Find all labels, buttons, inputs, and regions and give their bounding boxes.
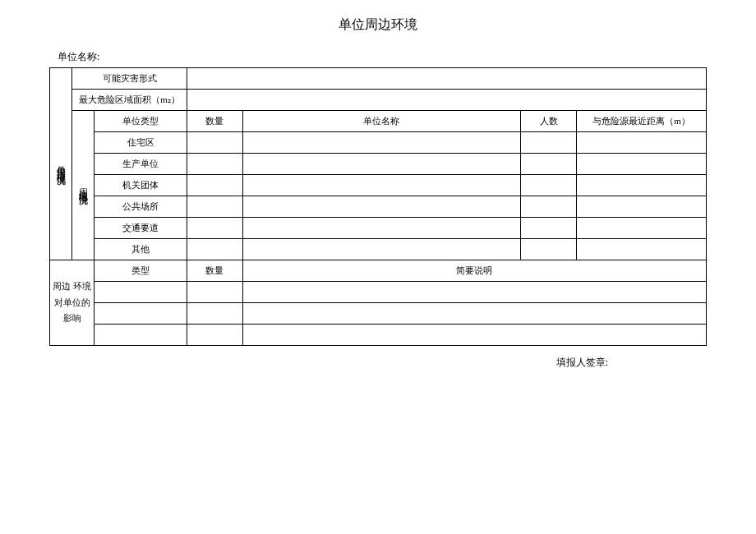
cell[interactable] — [576, 239, 706, 260]
disaster-label: 可能灾害形式 — [72, 68, 187, 90]
row-disaster: 单位周边环境情况 可能灾害形式 — [50, 68, 707, 90]
row-agency: 机关团体 — [50, 175, 707, 196]
cell[interactable] — [187, 175, 243, 196]
section3-label: 周边 环境 对单位的 影响 — [50, 260, 94, 346]
page-title: 单位周边环境 — [49, 16, 707, 34]
cell[interactable] — [521, 154, 577, 175]
main-table: 单位周边环境情况 可能灾害形式 最大危险区域面积（m₂） 周边地区情况 单位类型… — [49, 67, 707, 346]
row-production: 生产单位 — [50, 154, 707, 175]
row-impact-3 — [50, 325, 707, 346]
cell[interactable] — [187, 218, 243, 239]
type-other: 其他 — [94, 239, 187, 260]
disaster-value[interactable] — [187, 68, 707, 90]
cell[interactable] — [576, 154, 706, 175]
cell[interactable] — [187, 325, 243, 346]
unit-name-label: 单位名称: — [58, 50, 707, 64]
cell[interactable] — [521, 175, 577, 196]
impact-type-header: 类型 — [94, 260, 187, 282]
section1-label: 单位周边环境情况 — [50, 68, 72, 260]
impact-description-header: 简要说明 — [242, 260, 706, 282]
cell[interactable] — [187, 132, 243, 154]
cell[interactable] — [187, 196, 243, 218]
cell[interactable] — [521, 218, 577, 239]
cell[interactable] — [521, 196, 577, 218]
type-public: 公共场所 — [94, 196, 187, 218]
cell[interactable] — [242, 325, 706, 346]
row-area: 最大危险区域面积（m₂） — [50, 90, 707, 111]
cell[interactable] — [521, 239, 577, 260]
cell[interactable] — [94, 282, 187, 303]
cell[interactable] — [187, 239, 243, 260]
cell[interactable] — [576, 132, 706, 154]
signature-label: 填报人签章: — [49, 356, 707, 370]
cell[interactable] — [242, 196, 521, 218]
cell[interactable] — [242, 303, 706, 325]
row-other: 其他 — [50, 239, 707, 260]
cell[interactable] — [242, 132, 521, 154]
type-production: 生产单位 — [94, 154, 187, 175]
header-people: 人数 — [521, 111, 577, 132]
type-residential: 住宅区 — [94, 132, 187, 154]
cell[interactable] — [94, 325, 187, 346]
cell[interactable] — [576, 175, 706, 196]
cell[interactable] — [242, 218, 521, 239]
header-unit-type: 单位类型 — [94, 111, 187, 132]
row-impact-2 — [50, 303, 707, 325]
row-headers: 周边地区情况 单位类型 数量 单位名称 人数 与危险源最近距离（m） — [50, 111, 707, 132]
area-value[interactable] — [187, 90, 707, 111]
cell[interactable] — [242, 175, 521, 196]
header-distance: 与危险源最近距离（m） — [576, 111, 706, 132]
type-traffic: 交通要道 — [94, 218, 187, 239]
header-unit-name: 单位名称 — [242, 111, 521, 132]
row-traffic: 交通要道 — [50, 218, 707, 239]
cell[interactable] — [187, 282, 243, 303]
row-impact-1 — [50, 282, 707, 303]
row-impact-header: 周边 环境 对单位的 影响 类型 数量 简要说明 — [50, 260, 707, 282]
cell[interactable] — [187, 303, 243, 325]
section2-label: 周边地区情况 — [72, 111, 94, 260]
cell[interactable] — [242, 239, 521, 260]
header-quantity: 数量 — [187, 111, 243, 132]
cell[interactable] — [187, 154, 243, 175]
row-public: 公共场所 — [50, 196, 707, 218]
cell[interactable] — [576, 196, 706, 218]
cell[interactable] — [94, 303, 187, 325]
row-residential: 住宅区 — [50, 132, 707, 154]
cell[interactable] — [242, 282, 706, 303]
type-agency: 机关团体 — [94, 175, 187, 196]
area-label: 最大危险区域面积（m₂） — [72, 90, 187, 111]
cell[interactable] — [576, 218, 706, 239]
cell[interactable] — [521, 132, 577, 154]
impact-quantity-header: 数量 — [187, 260, 243, 282]
cell[interactable] — [242, 154, 521, 175]
